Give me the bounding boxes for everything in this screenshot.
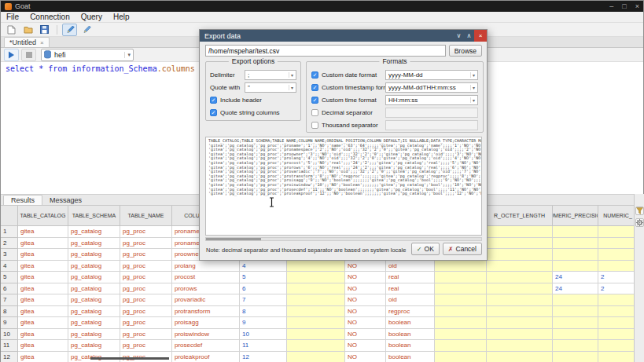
grid-cell[interactable]: proiswindow: [172, 329, 240, 341]
grid-cell[interactable]: [435, 261, 487, 272]
grid-cell[interactable]: boolean: [386, 329, 435, 341]
browse-button[interactable]: Browse: [449, 45, 482, 57]
grid-cell[interactable]: [435, 306, 487, 318]
row-number[interactable]: 2: [1, 238, 18, 250]
dialog-rollup-button[interactable]: ∧: [464, 30, 474, 42]
grid-cell[interactable]: 6: [240, 283, 287, 295]
grid-cell[interactable]: [598, 306, 635, 318]
grid-cell[interactable]: [435, 317, 487, 329]
column-header[interactable]: TABLE_NAME: [120, 206, 172, 226]
preview-hscrollbar[interactable]: [205, 237, 482, 241]
grid-cell[interactable]: [435, 352, 487, 362]
menu-connection[interactable]: Connection: [24, 13, 75, 21]
tab-untitled[interactable]: *Untitled ×: [4, 37, 50, 47]
row-number[interactable]: 8: [1, 306, 18, 318]
filter-button[interactable]: [635, 207, 644, 215]
grid-cell[interactable]: NO: [345, 340, 386, 352]
table-row[interactable]: 8giteapg_catalogpg_procprotransform8NOre…: [1, 306, 635, 318]
grid-cell[interactable]: [435, 272, 487, 283]
grid-cell[interactable]: [487, 283, 553, 295]
grid-cell[interactable]: pg_catalog: [68, 261, 120, 272]
grid-cell[interactable]: [553, 238, 598, 250]
titlebar[interactable]: Goat – □ ×: [1, 1, 643, 12]
grid-cell[interactable]: pg_proc: [120, 272, 172, 283]
grid-cell[interactable]: [598, 226, 635, 238]
grid-cell[interactable]: gitea: [18, 317, 68, 329]
column-header[interactable]: NUMERIC_PRECISION: [553, 206, 598, 226]
grid-cell[interactable]: 10: [240, 329, 287, 341]
grid-cell[interactable]: 24: [553, 272, 598, 283]
grid-cell[interactable]: NO: [345, 272, 386, 283]
row-number[interactable]: 9: [1, 317, 18, 329]
grid-cell[interactable]: [553, 261, 598, 272]
grid-cell[interactable]: procost: [172, 272, 240, 283]
table-row[interactable]: 4giteapg_catalogpg_procprolang4NOoid: [1, 261, 635, 272]
grid-cell[interactable]: gitea: [18, 352, 68, 362]
run-query-button[interactable]: [4, 49, 19, 61]
grid-cell[interactable]: pg_proc: [120, 329, 172, 341]
grid-cell[interactable]: 5: [240, 272, 287, 283]
row-number[interactable]: 7: [1, 294, 18, 306]
grid-cell[interactable]: NO: [345, 352, 386, 362]
grid-cell[interactable]: pg_proc: [120, 261, 172, 272]
grid-cell[interactable]: [598, 238, 635, 250]
grid-cell[interactable]: pg_catalog: [68, 249, 120, 261]
checkbox[interactable]: ✓: [311, 97, 318, 104]
table-row[interactable]: 11giteapg_catalogpg_procprosecdef11NOboo…: [1, 340, 635, 352]
grid-cell[interactable]: [487, 249, 553, 261]
grid-cell[interactable]: proisagg: [172, 317, 240, 329]
grid-cell[interactable]: NO: [345, 306, 386, 318]
edit-query-button[interactable]: [79, 24, 94, 36]
grid-cell[interactable]: prosecdef: [172, 340, 240, 352]
tab-results[interactable]: Results: [3, 195, 42, 205]
grid-cell[interactable]: 4: [240, 261, 287, 272]
grid-cell[interactable]: [553, 226, 598, 238]
grid-cell[interactable]: [287, 294, 345, 306]
grid-cell[interactable]: 2: [598, 272, 635, 283]
minimize-button[interactable]: –: [609, 3, 613, 10]
grid-cell[interactable]: NO: [345, 329, 386, 341]
grid-cell[interactable]: [435, 340, 487, 352]
tab-close-icon[interactable]: ×: [40, 39, 44, 46]
grid-cell[interactable]: boolean: [386, 352, 435, 362]
table-row[interactable]: 7giteapg_catalogpg_procprovariadic7NOoid: [1, 294, 635, 306]
grid-cell[interactable]: [553, 352, 598, 362]
grid-cell[interactable]: real: [386, 283, 435, 295]
table-row[interactable]: 6giteapg_catalogpg_procprorows6NOreal242: [1, 283, 635, 295]
grid-cell[interactable]: [553, 340, 598, 352]
grid-cell[interactable]: gitea: [18, 249, 68, 261]
connection-select[interactable]: hefi ▾: [41, 49, 134, 61]
column-header[interactable]: TABLE_CATALOG: [18, 206, 68, 226]
checkbox[interactable]: ✓: [311, 84, 318, 91]
quote-combo[interactable]: " ▾: [245, 82, 296, 93]
grid-cell[interactable]: pg_catalog: [68, 317, 120, 329]
dialog-close-button[interactable]: ×: [474, 30, 487, 42]
preview-area[interactable]: TABLE_CATALOG;TABLE_SCHEMA;TABLE_NAME;CO…: [205, 137, 482, 236]
grid-cell[interactable]: gitea: [18, 294, 68, 306]
grid-cell[interactable]: gitea: [18, 238, 68, 250]
grid-cell[interactable]: 9: [240, 317, 287, 329]
grid-cell[interactable]: pg_proc: [120, 283, 172, 295]
grid-cell[interactable]: [435, 283, 487, 295]
grid-cell[interactable]: [287, 352, 345, 362]
grid-cell[interactable]: [487, 352, 553, 362]
grid-cell[interactable]: provariadic: [172, 294, 240, 306]
grid-cell[interactable]: 8: [240, 306, 287, 318]
edit-connection-button[interactable]: [62, 24, 77, 36]
table-row[interactable]: 9giteapg_catalogpg_procproisagg9NOboolea…: [1, 317, 635, 329]
quote-strings-checkbox[interactable]: ✓: [210, 109, 217, 116]
new-file-button[interactable]: [4, 24, 19, 36]
grid-cell[interactable]: [598, 261, 635, 272]
grid-cell[interactable]: [487, 317, 553, 329]
grid-cell[interactable]: [287, 272, 345, 283]
grid-cell[interactable]: protransform: [172, 306, 240, 318]
grid-cell[interactable]: prolang: [172, 261, 240, 272]
grid-cell[interactable]: gitea: [18, 272, 68, 283]
grid-cell[interactable]: [487, 340, 553, 352]
format-combo[interactable]: yyyy-MM-ddTHH:mm:ss▾: [385, 82, 478, 93]
grid-cell[interactable]: gitea: [18, 306, 68, 318]
grid-cell[interactable]: [598, 249, 635, 261]
column-header[interactable]: TABLE_SCHEMA: [68, 206, 120, 226]
grid-cell[interactable]: pg_catalog: [68, 306, 120, 318]
settings-button[interactable]: [635, 218, 644, 227]
